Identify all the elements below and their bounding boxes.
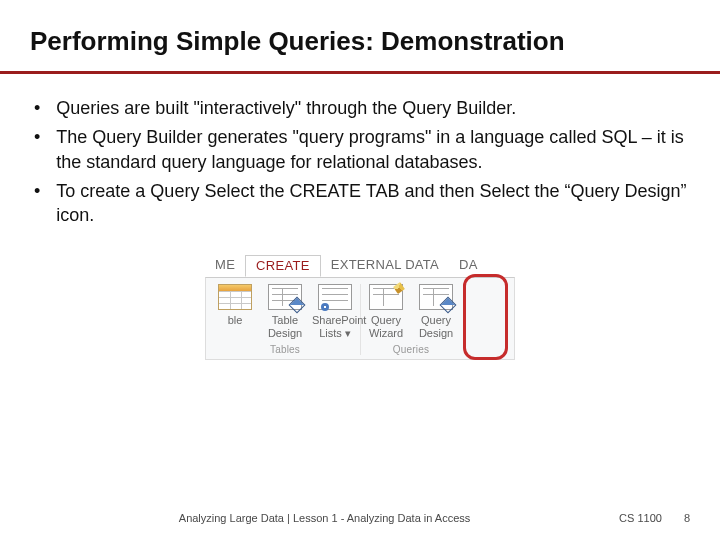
footer-course: CS 1100 xyxy=(619,512,662,524)
query-wizard-button[interactable]: Query Wizard xyxy=(363,284,409,339)
tab-home-partial[interactable]: ME xyxy=(205,255,245,277)
table-design-icon xyxy=(268,284,302,310)
ribbon-group-queries: Query Wizard Query Design Queries xyxy=(361,284,461,354)
bullet-text: To create a Query Select the CREATE TAB … xyxy=(56,179,690,228)
ribbon-body: ble Table Design SharePoint Lists ▾ Tabl… xyxy=(205,277,515,359)
query-wizard-label: Query Wizard xyxy=(363,314,409,339)
title-underline xyxy=(0,71,720,74)
table-design-button[interactable]: Table Design xyxy=(262,284,308,339)
bullet-item: The Query Builder generates "query progr… xyxy=(34,125,690,174)
slide-title: Performing Simple Queries: Demonstration xyxy=(30,26,690,63)
query-design-icon xyxy=(419,284,453,310)
bullet-list: Queries are built "interactively" throug… xyxy=(30,96,690,227)
ribbon-group-label-tables: Tables xyxy=(270,344,300,355)
bullet-item: To create a Query Select the CREATE TAB … xyxy=(34,179,690,228)
bullet-item: Queries are built "interactively" throug… xyxy=(34,96,690,120)
tab-external-data[interactable]: EXTERNAL DATA xyxy=(321,255,449,277)
query-wizard-icon xyxy=(369,284,403,310)
footer-center: Analyzing Large Data | Lesson 1 - Analyz… xyxy=(30,512,619,524)
slide-footer: Analyzing Large Data | Lesson 1 - Analyz… xyxy=(30,512,690,524)
table-icon xyxy=(218,284,252,310)
bullet-text: Queries are built "interactively" throug… xyxy=(56,96,516,120)
sharepoint-lists-button[interactable]: SharePoint Lists ▾ xyxy=(312,284,358,339)
table-button[interactable]: ble xyxy=(212,284,258,339)
ribbon-screenshot: ME CREATE EXTERNAL DATA DA ble Table Des… xyxy=(205,255,515,359)
bullet-text: The Query Builder generates "query progr… xyxy=(56,125,690,174)
sharepoint-icon xyxy=(318,284,352,310)
query-design-button[interactable]: Query Design xyxy=(413,284,459,339)
query-design-label: Query Design xyxy=(413,314,459,339)
ribbon-group-tables: ble Table Design SharePoint Lists ▾ Tabl… xyxy=(210,284,361,354)
footer-page-number: 8 xyxy=(684,512,690,524)
table-design-label: Table Design xyxy=(262,314,308,339)
sharepoint-label: SharePoint Lists ▾ xyxy=(312,314,358,339)
ribbon-tabs: ME CREATE EXTERNAL DATA DA xyxy=(205,255,515,277)
ribbon-group-label-queries: Queries xyxy=(393,344,429,355)
table-label: ble xyxy=(212,314,258,327)
tab-create[interactable]: CREATE xyxy=(245,255,321,277)
tab-database-tools-partial[interactable]: DA xyxy=(449,255,488,277)
